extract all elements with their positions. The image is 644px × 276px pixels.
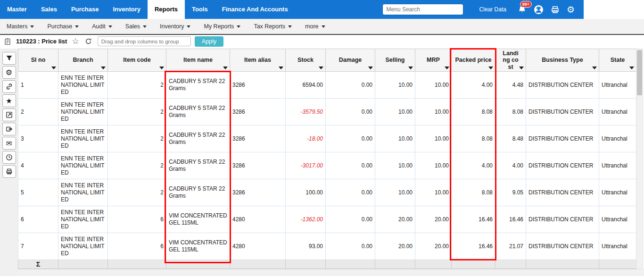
- cell-item_alias: 4280: [230, 233, 286, 260]
- column-header-label: MRP: [427, 57, 440, 63]
- column-header-label: Business Type: [542, 57, 583, 63]
- topnav-right-spacer: [584, 0, 644, 19]
- horizontal-scrollbar-track[interactable]: [18, 269, 644, 276]
- column-filter-dropdown-icon[interactable]: [368, 67, 373, 69]
- history-icon[interactable]: [2, 151, 16, 164]
- table-row[interactable]: 1ENN TEE INTERNATIONAL LIMITED2CADBURY 5…: [18, 72, 636, 99]
- cell-item_name: CADBURY 5 STAR 22Grams: [166, 72, 230, 99]
- report-title: 110223 : Price list: [16, 38, 67, 45]
- link-icon[interactable]: [2, 80, 16, 93]
- column-header-state[interactable]: State: [599, 49, 636, 72]
- column-header-item-code[interactable]: Item code: [108, 49, 166, 72]
- apply-button[interactable]: Apply: [195, 36, 223, 47]
- topnav-item-master[interactable]: Master: [0, 0, 34, 19]
- menubar-item-my-reports[interactable]: My Reports: [204, 23, 240, 30]
- cell-branch: ENN TEE INTERNATIONAL LIMITED: [58, 233, 108, 260]
- topnav-item-finance-and-accounts[interactable]: Finance And Accounts: [215, 0, 295, 19]
- column-filter-dropdown-icon[interactable]: [629, 67, 634, 69]
- refresh-icon[interactable]: [85, 38, 92, 45]
- table-row[interactable]: 3ENN TEE INTERNATIONAL LIMITED2CADBURY 5…: [18, 125, 636, 152]
- export-icon[interactable]: [2, 109, 16, 121]
- table-row[interactable]: 6ENN TEE INTERNATIONAL LIMITED6VIM CONCE…: [18, 206, 636, 233]
- menubar-item-sales[interactable]: Sales: [125, 23, 147, 30]
- print-icon[interactable]: [2, 165, 16, 178]
- menubar-item-purchase[interactable]: Purchase: [47, 23, 79, 30]
- column-header-business-type[interactable]: Business Type: [526, 49, 599, 72]
- column-filter-dropdown-icon[interactable]: [51, 67, 56, 69]
- reports-menubar: MastersPurchaseAuditSalesInventoryMy Rep…: [0, 19, 644, 35]
- cell-landing_cost: 4.48: [495, 72, 526, 99]
- column-filter-dropdown-icon[interactable]: [319, 67, 323, 69]
- column-header-item-name[interactable]: Item name: [166, 49, 230, 72]
- topnav-item-tools[interactable]: Tools: [185, 0, 215, 19]
- print-icon[interactable]: [551, 5, 560, 14]
- cell-state: Uttranchal: [599, 125, 636, 152]
- table-row[interactable]: 5ENN TEE INTERNATIONAL LIMITED2CADBURY 5…: [18, 179, 636, 206]
- summary-cell: [326, 260, 375, 269]
- filter-icon[interactable]: [2, 52, 16, 65]
- column-filter-dropdown-icon[interactable]: [279, 67, 283, 69]
- table-body: 1ENN TEE INTERNATIONAL LIMITED2CADBURY 5…: [18, 72, 636, 269]
- forward-icon[interactable]: [2, 123, 16, 135]
- column-header-damage[interactable]: Damage: [326, 49, 375, 72]
- cell-sl: 6: [18, 206, 58, 233]
- column-filter-dropdown-icon[interactable]: [488, 67, 493, 69]
- topnav-item-sales[interactable]: Sales: [34, 0, 64, 19]
- report-toolbar: 110223 : Price list ☆ Apply: [0, 35, 644, 48]
- table-row[interactable]: 4ENN TEE INTERNATIONAL LIMITED2CADBURY 5…: [18, 152, 636, 179]
- column-filter-dropdown-icon[interactable]: [223, 67, 228, 69]
- cell-sl: 3: [18, 125, 58, 152]
- column-header-mrp[interactable]: MRP: [415, 49, 452, 72]
- column-header-stock[interactable]: Stock: [286, 49, 326, 72]
- chevron-down-icon: [322, 25, 325, 28]
- column-filter-dropdown-icon[interactable]: [159, 67, 164, 69]
- column-header-landing-cost[interactable]: Landing cost: [495, 49, 526, 72]
- table-row[interactable]: 2ENN TEE INTERNATIONAL LIMITED2CADBURY 5…: [18, 99, 636, 125]
- topnav-item-purchase[interactable]: Purchase: [64, 0, 106, 19]
- menubar-item-inventory[interactable]: Inventory: [160, 23, 190, 30]
- table-row[interactable]: 7ENN TEE INTERNATIONAL LIMITED6VIM CONCE…: [18, 233, 636, 260]
- menu-search-input[interactable]: [382, 4, 463, 15]
- menubar-item-more[interactable]: more: [305, 23, 325, 30]
- cell-sl: 1: [18, 72, 58, 99]
- settings-icon[interactable]: ⚙: [2, 66, 16, 79]
- column-filter-dropdown-icon[interactable]: [519, 67, 524, 69]
- settings-gear-icon[interactable]: ⚙: [567, 5, 575, 14]
- cell-branch: ENN TEE INTERNATIONAL LIMITED: [58, 206, 108, 233]
- menubar-item-audit[interactable]: Audit: [92, 23, 112, 30]
- cell-mrp: 20.00: [415, 233, 452, 260]
- menubar-item-tax-reports[interactable]: Tax Reports: [254, 23, 292, 30]
- menubar-item-masters[interactable]: Masters: [7, 23, 34, 30]
- column-header-sl-no[interactable]: Sl no: [18, 49, 58, 72]
- column-filter-dropdown-icon[interactable]: [592, 67, 597, 69]
- chevron-down-icon: [30, 25, 34, 28]
- cell-item_name: CADBURY 5 STAR 22Grams: [166, 125, 230, 152]
- cell-selling: 10.00: [375, 99, 415, 125]
- vertical-scrollbar-thumb[interactable]: [637, 50, 642, 95]
- column-filter-dropdown-icon[interactable]: [101, 67, 106, 69]
- summary-cell: [495, 260, 526, 269]
- cell-landing_cost: 16.46: [495, 206, 526, 233]
- topnav-item-reports[interactable]: Reports: [148, 0, 185, 19]
- mail-icon[interactable]: ✉: [2, 137, 16, 150]
- favorite-star-icon[interactable]: ☆: [72, 37, 79, 45]
- column-filter-dropdown-icon[interactable]: [408, 67, 413, 69]
- cell-packed_price: 16.46: [452, 206, 495, 233]
- menubar-item-label: Purchase: [47, 23, 72, 30]
- vertical-scrollbar-track[interactable]: [636, 49, 643, 268]
- notification-bell-icon[interactable]: 99+: [518, 5, 527, 14]
- column-header-selling[interactable]: Selling: [375, 49, 415, 72]
- cell-business_type: DISTRIBUTION CENTER: [526, 233, 599, 260]
- support-headset-icon[interactable]: [534, 5, 544, 15]
- summary-cell: [415, 260, 452, 269]
- column-header-branch[interactable]: Branch: [58, 49, 108, 72]
- column-filter-dropdown-icon[interactable]: [445, 67, 449, 69]
- cell-branch: ENN TEE INTERNATIONAL LIMITED: [58, 152, 108, 179]
- group-columns-input[interactable]: [98, 36, 191, 46]
- cell-business_type: DISTRIBUTION CENTER: [526, 99, 599, 125]
- clear-data-button[interactable]: Clear Data: [479, 6, 506, 13]
- column-header-item-alias[interactable]: Item alias: [230, 49, 286, 72]
- favorite-icon[interactable]: ★: [2, 94, 16, 107]
- column-header-packed-price[interactable]: Packed price: [452, 49, 495, 72]
- topnav-item-inventory[interactable]: Inventory: [106, 0, 148, 19]
